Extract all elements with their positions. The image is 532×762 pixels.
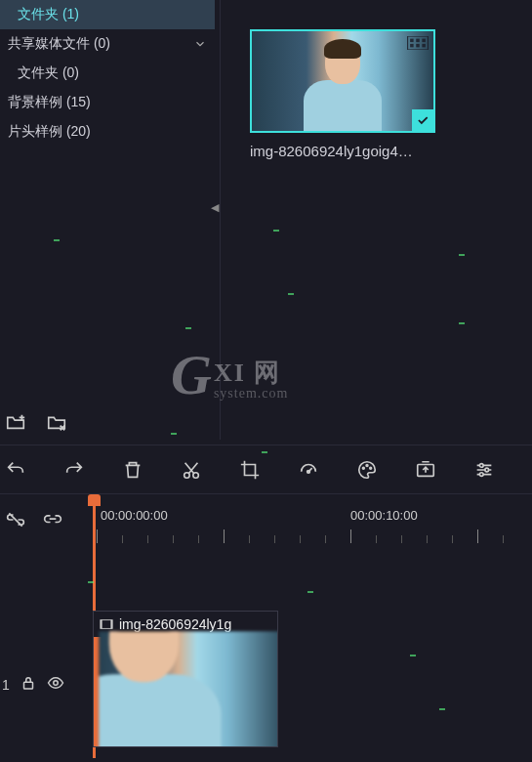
svg-point-10 (362, 467, 364, 469)
filmstrip-icon (407, 36, 429, 50)
svg-point-12 (370, 467, 372, 469)
new-folder-button[interactable] (4, 410, 27, 434)
undo-button[interactable] (4, 458, 27, 482)
export-frame-button[interactable] (414, 458, 437, 482)
editor-toolbar (0, 444, 532, 493)
color-button[interactable] (355, 458, 379, 482)
timeline-ruler[interactable]: 00:00:00:00 00:00:10:00 (93, 494, 532, 548)
folder-label: 片头样例 (20) (8, 123, 91, 141)
svg-point-16 (479, 472, 483, 476)
svg-point-18 (54, 681, 59, 686)
svg-rect-6 (422, 44, 426, 48)
chevron-down-icon (193, 37, 207, 51)
redo-button[interactable] (62, 458, 86, 482)
svg-rect-5 (416, 44, 420, 48)
track-number: 1 (2, 677, 10, 693)
selected-check-icon (412, 109, 433, 131)
folder-label: 共享媒体文件 (0) (8, 35, 110, 53)
clip-preview (99, 631, 278, 747)
crop-button[interactable] (238, 458, 262, 482)
folder-label: 文件夹 (1) (18, 6, 79, 23)
folder-item-shared-media[interactable]: 共享媒体文件 (0) (0, 29, 215, 59)
folder-label: 文件夹 (0) (18, 64, 79, 82)
link-button[interactable] (41, 508, 64, 531)
svg-rect-20 (101, 620, 102, 629)
timeline-tracks: 1 img-82606924ly1g (0, 547, 532, 762)
svg-rect-17 (23, 682, 32, 689)
media-thumbnail-image[interactable] (250, 29, 435, 133)
svg-point-11 (366, 464, 368, 466)
track-controls: 1 (0, 674, 64, 695)
folder-actions (0, 410, 68, 434)
svg-rect-21 (110, 620, 112, 629)
media-browser: img-82606924ly1goig4… (220, 0, 532, 440)
delete-button[interactable] (121, 458, 144, 482)
clip-name: img-82606924ly1g (119, 616, 231, 632)
cut-button[interactable] (180, 458, 203, 482)
delete-folder-button[interactable] (45, 410, 68, 434)
filmstrip-icon (100, 617, 113, 631)
svg-point-9 (307, 470, 310, 473)
svg-rect-2 (416, 39, 420, 43)
time-label-0: 00:00:00:00 (101, 508, 168, 523)
media-thumbnail[interactable]: img-82606924ly1goig4… (250, 29, 435, 159)
svg-rect-3 (422, 39, 426, 43)
folder-item-selected[interactable]: 文件夹 (1) (0, 0, 215, 29)
folder-sidebar: 文件夹 (1) 共享媒体文件 (0) 文件夹 (0) 背景样例 (15) 片头样… (0, 0, 215, 440)
time-label-1: 00:00:10:00 (350, 508, 418, 523)
svg-rect-4 (410, 44, 414, 48)
speed-button[interactable] (297, 458, 320, 482)
svg-rect-1 (410, 39, 414, 43)
folder-item-subfolder[interactable]: 文件夹 (0) (0, 59, 215, 88)
svg-point-14 (479, 463, 483, 467)
media-thumbnail-label: img-82606924ly1goig4… (250, 143, 413, 159)
unlink-button[interactable] (4, 508, 27, 531)
lock-track-button[interactable] (20, 674, 37, 695)
folder-item-intro-samples[interactable]: 片头样例 (20) (0, 117, 215, 147)
svg-rect-19 (101, 620, 112, 629)
timeline-header: 00:00:00:00 00:00:10:00 (0, 493, 532, 547)
timeline-clip[interactable]: img-82606924ly1g (93, 611, 278, 747)
settings-button[interactable] (472, 458, 496, 482)
folder-item-bg-samples[interactable]: 背景样例 (15) (0, 88, 215, 117)
svg-rect-0 (408, 36, 429, 50)
svg-point-15 (485, 468, 489, 472)
folder-label: 背景样例 (15) (8, 94, 91, 111)
toggle-visibility-button[interactable] (47, 674, 64, 695)
